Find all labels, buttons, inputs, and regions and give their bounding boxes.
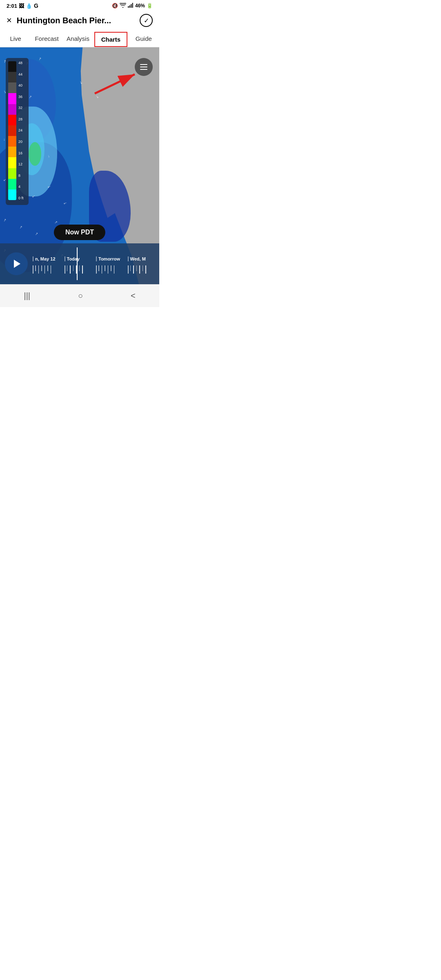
legend-label-40: 40 [18,84,24,87]
legend-label-24: 24 [18,129,24,132]
page-title: Huntington Beach Pier... [17,16,135,25]
tab-analysis[interactable]: Analysis [62,31,94,47]
svg-rect-2 [131,4,132,8]
timeline-label-1: Today [65,256,96,261]
svg-line-5 [95,74,135,94]
nav-back-button[interactable]: ||| [16,290,38,302]
play-icon [14,260,20,268]
legend-label-4: 4 [18,185,24,189]
legend-label-36: 36 [18,95,24,99]
tab-guide[interactable]: Guide [128,31,159,47]
status-time: 2:01 [7,3,17,9]
drop-icon: 💧 [26,3,32,9]
svg-rect-3 [132,3,133,8]
check-button[interactable]: ✓ [140,14,153,27]
svg-rect-1 [129,5,130,8]
legend-label-12: 12 [18,163,24,166]
tab-bar: Live Forecast Analysis Charts Guide [0,31,159,47]
legend-label-16: 16 [18,151,24,155]
arrow-annotation [91,63,148,96]
legend-label-32: 32 [18,106,24,110]
legend-label-20: 20 [18,140,24,144]
status-left: 2:01 🖼 💧 G [7,2,38,9]
mute-icon: 🔇 [112,3,118,9]
wifi-icon [120,3,126,9]
map-container[interactable]: ↗ ↗ ↗ ↗ ↘ ↘ ↗ ↘ ↘ ↓ ↓ ↙ ↙ ↙ ↙ ↙ ↗ ↗ ↗ ↗ … [0,47,159,284]
legend-label-44: 44 [18,73,24,76]
timeline-label-0: n, May 12 [33,256,65,261]
legend-label-0ft: 0 ft [18,196,24,200]
status-right: 🔇 46% 🔋 [112,3,153,9]
timeline-ticks [33,264,159,280]
g-icon: G [34,2,38,9]
legend-label-48: 48 [18,61,24,65]
bottom-nav: ||| ○ < [0,284,159,307]
timeline-cursor [77,247,78,280]
now-pdt-label: Now PDT [54,225,105,240]
tab-forecast[interactable]: Forecast [31,31,62,47]
timeline-bar[interactable]: n, May 12 Today Tomorrow Wed, M [0,243,159,284]
close-button[interactable]: × [7,16,12,25]
nav-home-button[interactable]: ○ [70,290,91,302]
photo-icon: 🖼 [19,3,24,9]
legend-label-28: 28 [18,118,24,121]
timeline-labels: n, May 12 Today Tomorrow Wed, M [33,254,159,264]
header: × Huntington Beach Pier... ✓ [0,11,159,31]
legend-labels: 48 44 40 36 32 28 24 20 16 12 8 4 0 ft [16,61,24,200]
timeline-label-2: Tomorrow [96,256,128,261]
color-legend: 48 44 40 36 32 28 24 20 16 12 8 4 0 ft [6,58,29,205]
tab-charts[interactable]: Charts [94,32,127,47]
battery-icon: 🔋 [147,3,153,9]
signal-icon [128,3,134,9]
legend-color-bar [8,61,16,200]
legend-label-8: 8 [18,174,24,178]
play-button[interactable] [5,252,28,275]
timeline-label-3: Wed, M [128,256,160,261]
tab-live[interactable]: Live [0,31,31,47]
svg-rect-0 [128,6,129,8]
status-bar: 2:01 🖼 💧 G 🔇 46% 🔋 [0,0,159,11]
nav-prev-button[interactable]: < [122,290,144,302]
timeline-track[interactable]: n, May 12 Today Tomorrow Wed, M [33,247,159,280]
battery-text: 46% [135,3,145,9]
